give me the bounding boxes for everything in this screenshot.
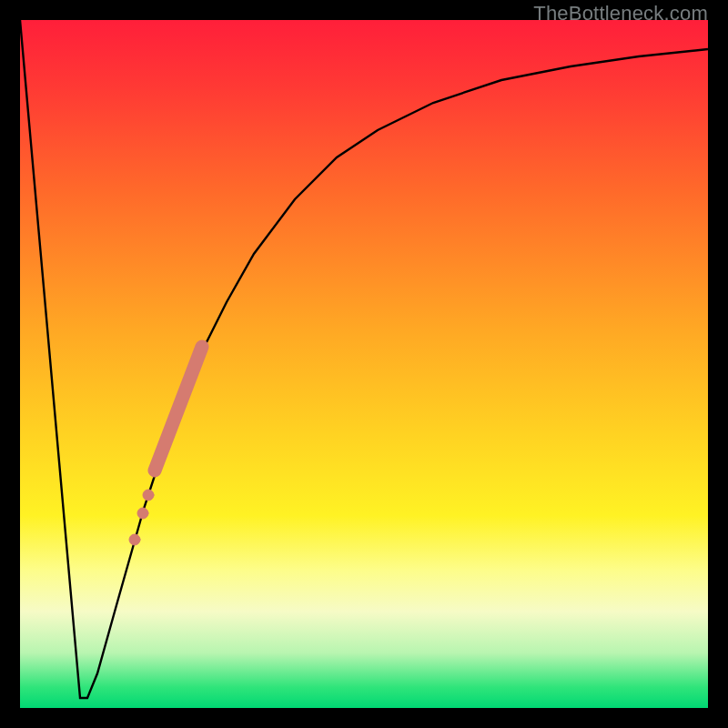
highlight-thick-segment <box>155 347 202 470</box>
highlight-band <box>129 347 202 545</box>
curve-layer <box>20 20 708 708</box>
highlight-dot <box>143 490 154 500</box>
bottleneck-curve <box>20 20 708 698</box>
highlight-dot <box>137 508 148 519</box>
highlight-dot <box>129 534 140 545</box>
chart-stage: TheBottleneck.com <box>0 0 728 728</box>
watermark-text: TheBottleneck.com <box>533 2 708 25</box>
plot-area <box>20 20 708 708</box>
